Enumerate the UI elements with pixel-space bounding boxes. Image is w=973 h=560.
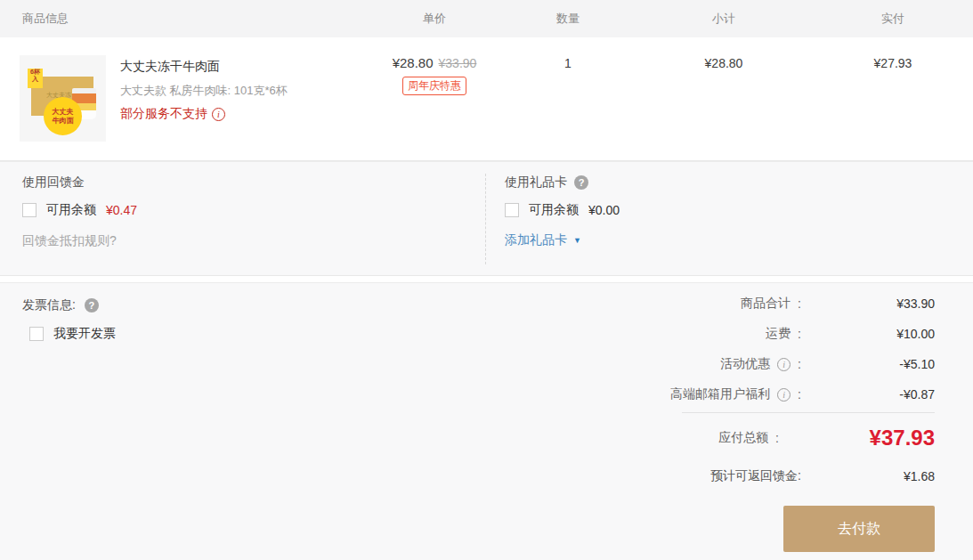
total-due-row: 应付总额 : ¥37.93 bbox=[474, 413, 935, 463]
rebate-rules-link[interactable]: 回馈金抵扣规则? bbox=[22, 233, 137, 249]
column-header-subtotal: 小计 bbox=[635, 11, 813, 27]
paid-cell: ¥27.93 bbox=[813, 55, 973, 142]
product-details: 大丈夫冻干牛肉面 大丈夫款 私房牛肉味: 101克*6杯 部分服务不支持 i bbox=[106, 55, 288, 142]
product-thumbnail[interactable]: 大丈夫冻干牛肉面 6杯入 大丈夫 牛肉面 bbox=[20, 55, 106, 142]
gift-card-help-icon[interactable]: ? bbox=[574, 175, 588, 190]
product-name-link[interactable]: 大丈夫冻干牛肉面 bbox=[120, 59, 288, 75]
rebate-title: 使用回馈金 bbox=[22, 174, 137, 191]
subtotal-value: ¥28.80 bbox=[705, 56, 743, 70]
promo-badge: 周年庆特惠 bbox=[402, 77, 466, 95]
subtotal-cell: ¥28.80 bbox=[635, 55, 813, 142]
product-corner-tag: 6杯入 bbox=[28, 69, 43, 88]
summary-value: -¥0.87 bbox=[801, 387, 935, 402]
price-line: ¥28.80¥33.90 bbox=[368, 55, 501, 71]
invoice-checkbox-row: 我要开发票 bbox=[29, 326, 116, 342]
summary-label: 高端邮箱用户福利 bbox=[670, 386, 770, 402]
table-header: 商品信息 单价 数量 小计 实付 bbox=[0, 0, 973, 37]
gift-card-balance-row: 可用余额 ¥0.00 bbox=[505, 202, 620, 218]
rebate-checkbox[interactable] bbox=[22, 203, 36, 217]
paid-value: ¥27.93 bbox=[874, 56, 912, 70]
rebate-return-row: 预计可返回馈金: ¥1.68 bbox=[474, 463, 935, 490]
pay-button[interactable]: 去付款 bbox=[783, 506, 935, 552]
product-info-cell: 大丈夫冻干牛肉面 6杯入 大丈夫 牛肉面 大丈夫冻干牛肉面 大丈夫款 私房牛肉味… bbox=[0, 55, 368, 142]
original-price: ¥33.90 bbox=[439, 56, 477, 70]
gift-card-title-row: 使用礼品卡 ? bbox=[505, 174, 620, 191]
service-restriction-note: 部分服务不支持 i bbox=[120, 106, 288, 122]
invoice-title-row: 发票信息: ? bbox=[22, 297, 116, 313]
payment-options-section: 使用回馈金 可用余额 ¥0.47 回馈金抵扣规则? 使用礼品卡 ? 可用余额 ¥… bbox=[0, 161, 973, 276]
product-circle-line1: 大丈夫 bbox=[53, 108, 74, 117]
quantity-value: 1 bbox=[564, 56, 572, 70]
column-header-paid: 实付 bbox=[813, 11, 973, 27]
summary-value: -¥5.10 bbox=[801, 357, 935, 371]
total-due-label: 应付总额 bbox=[718, 430, 768, 446]
rebate-return-label: 预计可返回馈金: bbox=[710, 468, 801, 484]
unit-price-cell: ¥28.80¥33.90 周年庆特惠 bbox=[368, 55, 501, 142]
gift-card-checkbox[interactable] bbox=[505, 203, 519, 217]
total-due-value: ¥37.93 bbox=[779, 426, 935, 450]
table-row: 大丈夫冻干牛肉面 6杯入 大丈夫 牛肉面 大丈夫冻干牛肉面 大丈夫款 私房牛肉味… bbox=[0, 37, 973, 142]
add-gift-card-label: 添加礼品卡 bbox=[505, 232, 567, 248]
summary-value: ¥10.00 bbox=[801, 327, 935, 341]
vertical-divider bbox=[485, 174, 486, 264]
summary-value: ¥33.90 bbox=[801, 296, 935, 311]
summary-label: 商品合计 bbox=[741, 296, 791, 312]
column-header-unit-price: 单价 bbox=[368, 11, 501, 27]
summary-row-promo-discount: 活动优惠 i : -¥5.10 bbox=[474, 349, 935, 379]
order-items-section: 商品信息 单价 数量 小计 实付 大丈夫冻干牛肉面 6杯入 大丈夫 牛肉面 bbox=[0, 0, 973, 161]
order-summary: 商品合计 : ¥33.90 运费 : ¥10.00 活动优惠 i : -¥5.1… bbox=[474, 288, 973, 552]
product-circle-label: 大丈夫 牛肉面 bbox=[44, 97, 82, 135]
rebate-balance-row: 可用余额 ¥0.47 bbox=[22, 202, 137, 218]
summary-label: 活动优惠 bbox=[720, 356, 770, 372]
mailbox-benefit-info-icon[interactable]: i bbox=[777, 388, 791, 402]
service-info-icon[interactable]: i bbox=[212, 108, 225, 121]
rebate-return-value: ¥1.68 bbox=[801, 469, 935, 483]
summary-label: 运费 bbox=[766, 326, 791, 342]
quantity-cell: 1 bbox=[501, 55, 635, 142]
summary-row-mailbox-benefit: 高端邮箱用户福利 i : -¥0.87 bbox=[474, 379, 935, 410]
add-gift-card-link[interactable]: 添加礼品卡 ▼ bbox=[505, 232, 620, 248]
rebate-balance-value: ¥0.47 bbox=[106, 203, 137, 217]
gift-card-balance-label: 可用余额 bbox=[529, 202, 579, 218]
invoice-block: 发票信息: ? 我要开发票 bbox=[22, 297, 116, 342]
invoice-checkbox[interactable] bbox=[29, 327, 44, 341]
current-price: ¥28.80 bbox=[393, 55, 434, 70]
invoice-title: 发票信息: bbox=[22, 297, 76, 313]
gift-card-block: 使用礼品卡 ? 可用余额 ¥0.00 添加礼品卡 ▼ bbox=[505, 174, 620, 248]
column-header-product: 商品信息 bbox=[0, 11, 368, 27]
product-circle-line2: 牛肉面 bbox=[53, 117, 74, 126]
column-header-quantity: 数量 bbox=[501, 11, 635, 27]
invoice-checkbox-label: 我要开发票 bbox=[53, 326, 116, 342]
gift-card-title: 使用礼品卡 bbox=[505, 174, 567, 191]
checkout-page: 商品信息 单价 数量 小计 实付 大丈夫冻干牛肉面 6杯入 大丈夫 牛肉面 bbox=[0, 0, 973, 560]
promo-discount-info-icon[interactable]: i bbox=[777, 358, 791, 371]
chevron-down-icon: ▼ bbox=[573, 236, 581, 245]
service-restriction-text: 部分服务不支持 bbox=[120, 106, 207, 122]
summary-row-shipping: 运费 : ¥10.00 bbox=[474, 319, 935, 349]
invoice-help-icon[interactable]: ? bbox=[85, 298, 99, 312]
gift-card-balance-value: ¥0.00 bbox=[588, 203, 620, 217]
rebate-block: 使用回馈金 可用余额 ¥0.47 回馈金抵扣规则? bbox=[22, 174, 137, 249]
invoice-summary-section: 发票信息: ? 我要开发票 商品合计 : ¥33.90 运费 : ¥10.00 … bbox=[0, 282, 973, 560]
rebate-balance-label: 可用余额 bbox=[46, 202, 96, 218]
summary-row-goods-total: 商品合计 : ¥33.90 bbox=[474, 288, 935, 319]
product-spec: 大丈夫款 私房牛肉味: 101克*6杯 bbox=[120, 83, 288, 99]
